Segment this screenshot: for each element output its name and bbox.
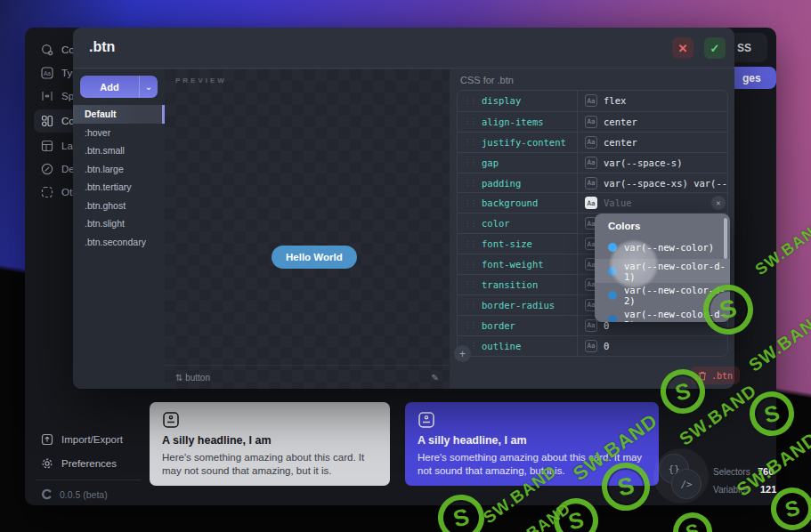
selector-item-large[interactable]: .btn.large: [73, 160, 165, 179]
selector-item-hover[interactable]: :hover: [73, 124, 165, 142]
pen-circle-icon: [41, 163, 53, 175]
drag-handle-icon[interactable]: ⋮⋮: [464, 240, 476, 248]
plus-icon: +: [459, 348, 466, 360]
preview-hello-world-button[interactable]: Hello World: [272, 246, 357, 269]
css-row-background[interactable]: ⋮⋮background AaValue ✕: [458, 192, 727, 213]
drag-handle-icon[interactable]: ⋮⋮: [464, 179, 476, 187]
drag-handle-icon[interactable]: ⋮⋮: [464, 199, 476, 207]
close-icon: ✕: [678, 42, 688, 55]
dropdown-item[interactable]: var(--new-color-d-3): [595, 307, 730, 322]
drag-handle-icon[interactable]: ⋮⋮: [464, 97, 476, 105]
css-panel-header: CSS for .btn: [460, 75, 514, 85]
drag-handle-icon[interactable]: ⋮⋮: [464, 321, 476, 329]
gear-icon: [41, 457, 53, 470]
variables-value: 121: [760, 484, 776, 495]
value-placeholder[interactable]: Value: [604, 197, 632, 208]
add-button[interactable]: Add ⌄: [80, 76, 158, 98]
delete-selector-chip[interactable]: .btn: [691, 367, 740, 384]
property-name: outline: [482, 341, 521, 351]
code-tag-icon: />: [680, 479, 692, 490]
layout-icon: [41, 140, 53, 152]
confirm-button[interactable]: ✓: [704, 37, 726, 59]
value-type-icon: Aa: [585, 157, 597, 169]
property-name: display: [482, 95, 521, 106]
property-name: background: [482, 197, 538, 208]
selector-label: .btn.small: [85, 145, 125, 156]
drag-handle-icon[interactable]: ⋮⋮: [464, 261, 476, 269]
drag-handle-icon[interactable]: ⋮⋮: [464, 280, 476, 288]
preview-label: PREVIEW: [175, 77, 227, 85]
color-swatch: [608, 291, 617, 300]
svg-text:Aa: Aa: [44, 70, 51, 77]
css-row-justify-content[interactable]: ⋮⋮justify-content Aacenter: [458, 132, 727, 152]
property-value[interactable]: flex: [604, 95, 626, 106]
card-body: Here's something amazing about this card…: [162, 451, 377, 478]
property-value[interactable]: var(--space-s): [604, 157, 683, 168]
property-name: transition: [482, 279, 538, 290]
drag-handle-icon[interactable]: ⋮⋮: [464, 301, 476, 309]
check-icon: ✓: [710, 42, 720, 55]
app-logo-icon: [41, 488, 53, 500]
property-value[interactable]: var(--space-xs) var(--space-m): [604, 178, 727, 189]
property-name: border: [482, 320, 515, 331]
property-name: justify-content: [482, 137, 566, 148]
card-icon: [162, 411, 180, 429]
property-value[interactable]: 0: [604, 341, 609, 351]
property-value[interactable]: center: [604, 137, 637, 148]
edit-pencil-icon[interactable]: ✎: [432, 373, 439, 383]
css-row-padding[interactable]: ⋮⋮padding Aavar(--space-xs) var(--space-…: [458, 173, 727, 193]
preview-card-purple: A silly headline, I am Here's something …: [405, 402, 659, 486]
selector-label: Default: [85, 109, 117, 119]
color-swatch: [608, 315, 617, 323]
preview-card-light: A silly headline, I am Here's something …: [150, 402, 390, 486]
selector-item-tertiary[interactable]: .btn.tertiary: [73, 178, 165, 197]
drag-handle-icon[interactable]: ⋮⋮: [464, 158, 476, 166]
close-button[interactable]: ✕: [672, 37, 693, 59]
css-row-gap[interactable]: ⋮⋮gap Aavar(--space-s): [458, 152, 727, 173]
preview-bottom-bar: ⇅ button ✎: [165, 365, 450, 389]
selector-item-default[interactable]: Default: [73, 105, 165, 124]
selector-item-slight[interactable]: .btn.slight: [73, 214, 165, 233]
css-row-display[interactable]: ⋮⋮display Aaflex: [458, 91, 727, 111]
import-export-icon: [41, 433, 53, 446]
selector-label: .btn.slight: [85, 218, 125, 229]
watermark-logo: S: [669, 508, 716, 532]
selector-item-secondary[interactable]: .btn.secondary: [73, 233, 165, 252]
modal-title: .btn: [89, 39, 115, 55]
value-type-icon: Aa: [585, 319, 597, 332]
value-type-icon: Aa: [585, 177, 597, 189]
css-row-outline[interactable]: ⋮⋮outline Aa0: [458, 335, 727, 356]
drag-handle-icon[interactable]: ⋮⋮: [464, 220, 476, 228]
css-tab-label: SS: [737, 42, 751, 54]
property-value[interactable]: center: [604, 117, 637, 127]
palette-icon: [41, 44, 53, 56]
selectors-label: Selectors: [713, 467, 750, 477]
drag-handle-icon[interactable]: ⋮⋮: [464, 138, 476, 146]
clear-icon: ✕: [716, 198, 720, 207]
chevron-down-icon[interactable]: ⌄: [140, 76, 158, 98]
selector-label: :hover: [85, 127, 110, 138]
cursor-click-indicator: [609, 239, 659, 289]
element-selector-label[interactable]: ⇅ button: [175, 373, 210, 383]
property-name: border-radius: [482, 300, 555, 310]
dropdown-item[interactable]: var(--new-color-d-2): [595, 283, 730, 307]
box-dashed-icon: [41, 186, 53, 198]
css-row-align-items[interactable]: ⋮⋮align-items Aacenter: [458, 111, 727, 132]
value-type-icon: Aa: [585, 94, 597, 107]
preview-pane: PREVIEW Hello World ⇅ button ✎: [165, 69, 450, 389]
card-icon: [418, 411, 435, 429]
clear-value-button[interactable]: ✕: [711, 196, 726, 210]
selector-item-ghost[interactable]: .btn.ghost: [73, 197, 165, 215]
updown-icon: ⇅: [175, 373, 182, 383]
add-property-button[interactable]: +: [454, 345, 471, 362]
property-name: font-weight: [482, 259, 544, 270]
dropdown-group-header: Colors: [595, 214, 730, 235]
selector-item-small[interactable]: .btn.small: [73, 141, 165, 160]
changes-button-label: ges: [742, 72, 761, 85]
component-editor-modal: .btn ✕ ✓ Add ⌄ Default :hover .btn.small…: [73, 28, 734, 389]
preview-button-label: Hello World: [286, 252, 343, 262]
dropdown-scrollbar[interactable]: [724, 218, 727, 259]
drag-handle-icon[interactable]: ⋮⋮: [464, 117, 476, 125]
typography-icon: Aa: [41, 67, 53, 79]
add-button-label[interactable]: Add: [80, 76, 140, 98]
